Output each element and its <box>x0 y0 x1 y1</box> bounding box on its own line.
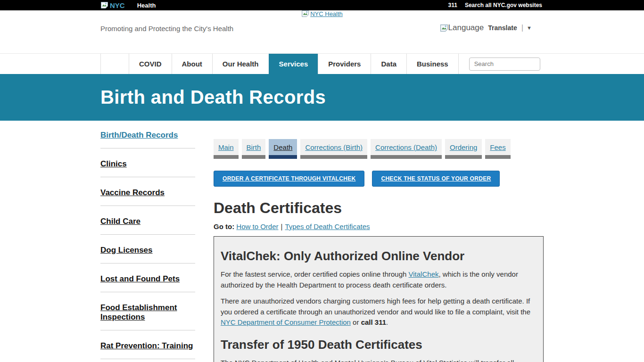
main-nav: COVID About Our Health Services Provider… <box>0 53 644 74</box>
tagline: Promoting and Protecting the City's Heal… <box>100 25 233 33</box>
nav-data[interactable]: Data <box>371 54 406 74</box>
text: or <box>351 318 361 326</box>
top-bar: NYC Health 311 Search all NYC.gov websit… <box>0 0 644 10</box>
tab-corrections-death[interactable]: Corrections (Death) <box>371 139 442 159</box>
nav-our-health[interactable]: Our Health <box>212 54 269 74</box>
consumer-protection-link[interactable]: NYC Department of Consumer Protection <box>221 318 351 326</box>
order-certificate-button[interactable]: ORDER A CERTIFICATE THROUGH VITALCHEK <box>214 171 364 187</box>
check-status-button[interactable]: CHECK THE STATUS OF YOUR ORDER <box>372 171 500 187</box>
translate-widget[interactable]: Language Translate | ▼ <box>440 23 532 33</box>
tab-label: Birth <box>242 139 266 155</box>
tab-label: Fees <box>485 139 510 155</box>
nav-covid[interactable]: COVID <box>129 54 172 74</box>
tab-strip: Main Birth Death Corrections (Birth) Cor… <box>214 139 544 159</box>
sidebar-item-child-care[interactable]: Child Care <box>100 217 195 235</box>
sidebar-link[interactable]: Lost and Found Pets <box>100 274 180 283</box>
page: NYC Health 311 Search all NYC.gov websit… <box>0 0 644 362</box>
sidebar-item-clinics[interactable]: Clinics <box>100 159 195 177</box>
nav-home-cell[interactable] <box>100 54 129 74</box>
section-title: Death Certificates <box>214 199 544 217</box>
cta-row: ORDER A CERTIFICATE THROUGH VITALCHEK CH… <box>214 171 544 187</box>
transfer-heading: Transfer of 1950 Death Certificates <box>221 337 537 352</box>
tab-label: Corrections (Birth) <box>300 139 367 155</box>
language-alt-text: Language <box>448 23 484 33</box>
nyc-health-logo-alt-text: NYC Health <box>310 10 343 17</box>
broken-image-icon <box>440 24 448 32</box>
vitalchek-link[interactable]: VitalChek <box>409 270 439 278</box>
goto-row: Go to: How to Order|Types of Death Certi… <box>214 222 544 230</box>
tab-label: Death <box>269 139 297 155</box>
nav-business[interactable]: Business <box>406 54 459 74</box>
nyc-health-logo-link[interactable]: NYC Health <box>301 10 343 17</box>
sidebar-item-vaccine-records[interactable]: Vaccine Records <box>100 188 195 206</box>
tab-fees[interactable]: Fees <box>485 139 510 159</box>
notice-paragraph-3: The NYC Department of Health and Mental … <box>221 358 537 362</box>
translate-label[interactable]: Translate <box>488 24 517 32</box>
notice-paragraph-1: For the fastest service, order certified… <box>221 269 537 290</box>
nav-services[interactable]: Services <box>269 54 318 74</box>
sidebar-item-lost-found-pets[interactable]: Lost and Found Pets <box>100 274 195 292</box>
tab-underline <box>269 155 297 159</box>
tab-label: Corrections (Death) <box>371 139 442 155</box>
broken-image-icon <box>100 1 108 9</box>
sidebar-link[interactable]: Food Establishment Inspections <box>100 303 177 321</box>
top-bar-left: NYC Health <box>100 0 156 10</box>
sidebar-item-rat-prevention-training[interactable]: Rat Prevention: Training <box>100 341 195 359</box>
notice-heading: VitalChek: Only Authorized Online Vendor <box>221 249 537 263</box>
page-banner: Birth and Death Records <box>0 74 644 121</box>
sidebar-link[interactable]: Birth/Death Records <box>100 131 178 140</box>
tab-underline <box>371 155 442 159</box>
how-to-order-link[interactable]: How to Order <box>236 222 278 230</box>
sidebar-link[interactable]: Dog Licenses <box>100 246 153 255</box>
main-content: Main Birth Death Corrections (Birth) Cor… <box>214 139 544 362</box>
notice-paragraph-2: There are unauthorized vendors charging … <box>221 296 537 328</box>
text: For the fastest service, order certified… <box>221 270 409 278</box>
sidebar-item-birth-death-records[interactable]: Birth/Death Records <box>100 131 195 148</box>
sidebar-link[interactable]: Child Care <box>100 217 140 226</box>
goto-separator: | <box>281 222 283 230</box>
tab-underline <box>445 155 482 159</box>
search-all-nyc-link[interactable]: Search all NYC.gov websites <box>465 2 542 8</box>
nav-about[interactable]: About <box>172 54 212 74</box>
vitalchek-notice-box: VitalChek: Only Authorized Online Vendor… <box>214 236 544 362</box>
call-311-text: call 311 <box>361 318 386 326</box>
link-311[interactable]: 311 <box>448 2 457 8</box>
types-of-death-certificates-link[interactable]: Types of Death Certificates <box>285 222 370 230</box>
nyc-logo-link[interactable]: NYC <box>100 1 125 9</box>
tab-label: Main <box>214 139 239 155</box>
tab-ordering[interactable]: Ordering <box>445 139 482 159</box>
nav-search-input[interactable] <box>469 58 540 71</box>
sidebar-link[interactable]: Vaccine Records <box>100 188 165 197</box>
tab-label: Ordering <box>445 139 482 155</box>
sidebar-item-dog-licenses[interactable]: Dog Licenses <box>100 246 195 263</box>
translate-divider: | <box>521 23 523 33</box>
tab-underline <box>300 155 367 159</box>
nav-providers[interactable]: Providers <box>318 54 371 74</box>
tab-main[interactable]: Main <box>214 139 239 159</box>
broken-image-icon <box>301 10 309 17</box>
site-header: NYC Health Promoting and Protecting the … <box>0 10 644 53</box>
text: There are unauthorized vendors charging … <box>221 297 530 316</box>
nyc-logo-alt-text: NYC <box>110 1 125 9</box>
tab-underline <box>242 155 266 159</box>
chevron-down-icon[interactable]: ▼ <box>527 25 532 31</box>
sidebar-link[interactable]: Rat Prevention: Training <box>100 341 193 350</box>
top-bar-right: 311 Search all NYC.gov websites <box>448 2 542 8</box>
tab-underline <box>214 155 239 159</box>
sidebar: Birth/Death Records Clinics Vaccine Reco… <box>100 131 195 362</box>
agency-health-link[interactable]: Health <box>137 2 156 9</box>
tab-birth[interactable]: Birth <box>242 139 266 159</box>
goto-label: Go to: <box>214 222 234 230</box>
page-title: Birth and Death Records <box>100 87 326 108</box>
sidebar-item-food-establishment-inspections[interactable]: Food Establishment Inspections <box>100 303 195 330</box>
text: . <box>386 318 388 326</box>
tab-death[interactable]: Death <box>269 139 297 159</box>
tab-corrections-birth[interactable]: Corrections (Birth) <box>300 139 367 159</box>
sidebar-link[interactable]: Clinics <box>100 159 127 168</box>
tab-underline <box>485 155 510 159</box>
